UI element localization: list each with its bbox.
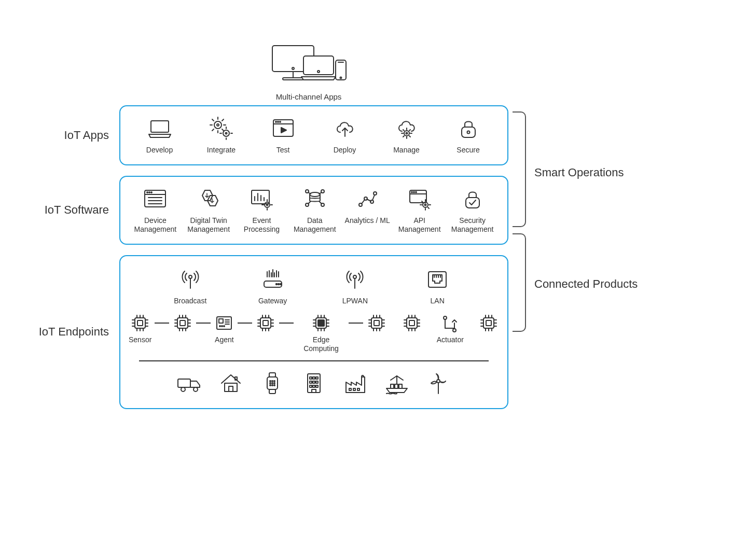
svg-point-48 [149,192,150,193]
svg-rect-247 [310,381,312,383]
svg-point-239 [274,383,275,384]
svg-line-91 [422,201,423,202]
svg-point-12 [217,124,219,126]
iot-software-box: Device Management Digital Twin Managemen… [119,176,508,245]
chip-generic-5 [478,313,499,333]
ep-lpwan-label: LPWAN [342,297,368,306]
devices-icon [267,41,350,88]
lock-check-icon [460,186,486,212]
svg-point-241 [272,385,273,386]
browser-play-icon [270,116,296,142]
svg-point-210 [453,329,456,332]
svg-rect-246 [316,377,318,379]
svg-line-18 [222,129,224,131]
iot-apps-title: IoT Apps [21,129,119,142]
chart-gear-icon [248,186,274,212]
svg-rect-232 [269,373,275,377]
svg-rect-248 [313,381,315,383]
endpoints-divider [139,360,489,361]
svg-rect-233 [269,389,275,394]
svg-rect-212 [486,320,491,326]
svg-rect-256 [357,388,359,390]
cloud-upload-icon [332,116,358,142]
connected-products-label: Connected Products [534,277,638,291]
chip-generic-1 [172,313,193,333]
chip-actuator-label: Actuator [437,335,464,344]
svg-rect-128 [177,318,188,328]
svg-point-82 [411,191,412,192]
svg-point-33 [404,131,409,136]
sw-data-mgmt: Data Management [288,185,341,234]
ep-gateway: Gateway [252,265,294,306]
svg-point-237 [270,383,271,384]
svg-point-227 [193,387,198,391]
iot-endpoints-box: Broadcast Gateway [119,255,508,409]
apps-develop: Develop [139,115,181,155]
ep-broadcast-label: Broadcast [174,297,206,306]
building-icon [300,370,327,397]
ep-lpwan: LPWAN [334,265,376,306]
svg-point-148 [222,326,223,327]
gears-icon [209,116,234,142]
apps-manage-label: Manage [393,146,420,155]
svg-line-40 [409,136,410,137]
svg-rect-193 [409,320,414,326]
sw-device-mgmt: Device Management [129,185,182,234]
svg-point-76 [374,192,377,195]
svg-rect-230 [235,377,237,380]
chip-icon [130,313,150,333]
chip-generic-2 [255,313,276,333]
sw-device-mgmt-label: Device Management [129,216,182,234]
sw-security-mgmt-label: Security Management [446,216,499,234]
chip-icon [172,313,193,333]
svg-rect-251 [313,385,315,387]
svg-point-97 [275,283,276,284]
svg-rect-225 [178,379,190,387]
apps-test-label: Test [276,146,290,155]
sw-api-mgmt-label: API Management [393,216,446,234]
svg-rect-178 [371,318,382,328]
svg-rect-10 [151,121,169,132]
svg-rect-115 [137,320,143,326]
multi-channel-apps-label: Multi-channel Apps [114,92,503,101]
chip-agent-label: Agent [215,335,234,344]
svg-point-234 [270,381,271,382]
iot-apps-row: IoT Apps Develop [21,105,726,165]
ep-broadcast: Broadcast [170,265,211,306]
svg-point-240 [270,385,271,386]
svg-rect-192 [407,318,417,328]
svg-point-226 [181,387,185,391]
svg-line-17 [212,119,214,121]
chip-generic-4 [402,313,422,333]
svg-point-47 [147,192,148,193]
svg-rect-255 [353,388,355,390]
svg-line-39 [403,130,404,131]
svg-line-77 [362,200,365,204]
svg-rect-249 [316,381,318,383]
house-icon [217,370,244,397]
svg-point-147 [219,326,220,327]
wind-turbine-icon [425,370,452,397]
hexagon-twin-icon [196,186,222,212]
multi-channel-apps-block: Multi-channel Apps [114,41,503,101]
apps-deploy: Deploy [324,115,366,155]
sw-data-mgmt-label: Data Management [288,216,341,234]
bracket-connected [513,233,526,332]
smartwatch-icon [259,370,286,397]
svg-rect-151 [263,320,268,326]
ep-lan-label: LAN [431,297,445,306]
svg-rect-252 [316,385,318,387]
svg-rect-250 [310,385,312,387]
svg-rect-211 [483,318,494,328]
svg-rect-165 [318,320,324,326]
chip-row: Sensor Agent [129,313,499,353]
svg-line-92 [428,207,429,208]
svg-line-79 [372,195,375,200]
cloud-gear-icon [394,116,420,142]
smart-operations-label: Smart Operations [534,166,624,179]
svg-rect-143 [219,319,223,323]
apps-secure: Secure [448,115,489,155]
apps-integrate: Integrate [201,115,242,155]
svg-rect-258 [395,384,398,388]
robot-arm-icon [440,313,461,333]
